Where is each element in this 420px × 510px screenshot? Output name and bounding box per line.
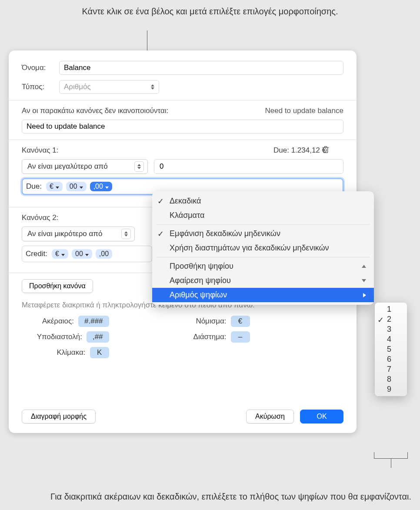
submenu-item-5[interactable]: 5 — [375, 344, 407, 354]
submenu-item-label: 5 — [387, 345, 391, 353]
rule2-operator-select[interactable]: Αν είναι μικρότερο από — [22, 227, 135, 241]
type-select[interactable]: Αριθμός — [59, 80, 159, 94]
type-select-value: Αριθμός — [64, 83, 91, 91]
rule2-format-field[interactable]: Credit: € 00 ,00 — [22, 246, 152, 262]
fallback-input[interactable] — [22, 120, 343, 133]
rule2-title: Κανόνας 2: — [22, 213, 58, 222]
currency-token[interactable]: € — [231, 316, 250, 327]
chevron-updown-icon — [151, 84, 154, 90]
divider — [9, 140, 357, 140]
decimal-token-label: Υποδιαστολή: — [30, 333, 82, 341]
fallback-preview: Need to update balance — [265, 107, 343, 115]
submenu-item-7[interactable]: 7 — [375, 364, 407, 374]
rule1-preview: Due: 1.234,12 € — [273, 146, 326, 155]
menu-item-use-spaces[interactable]: Χρήση διαστημάτων για δεκαδικών μηδενικώ… — [152, 241, 374, 255]
integer-token-label: Ακέραιος: — [22, 317, 74, 326]
name-input[interactable] — [59, 61, 343, 75]
token-integer[interactable]: 00 — [66, 182, 87, 191]
callout-top: Κάντε κλικ σε ένα βέλος και μετά επιλέξτ… — [0, 5, 420, 18]
rule1-prefix: Due: — [26, 182, 42, 191]
chevron-right-icon — [363, 293, 366, 297]
menu-item-add-digit[interactable]: Προσθήκη ψηφίου — [152, 259, 374, 273]
chevron-down-icon — [56, 183, 59, 190]
decimal-options-menu: ✓Δεκαδικά Κλάσματα ✓Εμφάνιση δεκαδικών μ… — [152, 191, 374, 305]
menu-separator — [157, 257, 370, 257]
menu-item-digit-count[interactable]: Αριθμός ψηφίων — [152, 288, 374, 302]
submenu-item-9[interactable]: 9 — [375, 384, 407, 394]
integer-token[interactable]: #.### — [78, 316, 109, 327]
menu-separator — [157, 224, 370, 225]
chevron-down-icon — [105, 183, 109, 190]
rule2-operator-value: Αν είναι μικρότερο από — [27, 230, 103, 238]
delete-format-button[interactable]: Διαγραφή μορφής — [22, 410, 96, 423]
rule1-value-input[interactable] — [154, 159, 343, 174]
type-label: Τύπος: — [22, 83, 59, 91]
submenu-item-8[interactable]: 8 — [375, 374, 407, 384]
name-label: Όνομα: — [22, 63, 59, 72]
arrow-down-icon — [362, 279, 366, 282]
submenu-item-label: 7 — [387, 365, 391, 373]
submenu-item-4[interactable]: 4 — [375, 334, 407, 344]
divider — [9, 100, 357, 100]
token-currency[interactable]: € — [46, 182, 63, 191]
callout-bottom: Για διακριτικά ακέραιων και δεκαδικών, ε… — [0, 490, 411, 503]
token-decimal-selected[interactable]: ,00 — [90, 182, 112, 191]
submenu-item-label: 4 — [387, 335, 391, 343]
scale-token[interactable]: K — [90, 347, 109, 358]
chevron-down-icon — [80, 183, 83, 190]
check-icon: ✓ — [157, 229, 164, 239]
ok-button[interactable]: OK — [300, 410, 343, 423]
chevron-down-icon — [85, 250, 89, 258]
tokens-grid: Ακέραιος:#.### Υποδιαστολή:,## Κλίμακα:K… — [22, 316, 343, 358]
trash-icon[interactable] — [321, 145, 330, 157]
fallback-label: Αν οι παρακάτω κανόνες δεν ικανοποιούντα… — [22, 107, 168, 115]
submenu-item-6[interactable]: 6 — [375, 354, 407, 364]
submenu-item-1[interactable]: 1 — [375, 304, 407, 314]
arrow-up-icon — [362, 265, 366, 268]
decimal-token[interactable]: ,## — [87, 331, 109, 343]
space-token-label: Διάστημα: — [174, 333, 227, 341]
scale-token-label: Κλίμακα: — [33, 348, 86, 357]
chevron-updown-icon — [137, 164, 141, 169]
check-icon: ✓ — [157, 197, 164, 206]
currency-token-label: Νόμισμα: — [174, 317, 227, 326]
menu-item-show-zeros[interactable]: ✓Εμφάνιση δεκαδικών μηδενικών — [152, 227, 374, 241]
callout-bracket — [374, 452, 408, 463]
submenu-item-label: 9 — [387, 385, 391, 393]
check-icon: ✓ — [377, 315, 384, 325]
chevron-updown-icon — [124, 231, 128, 237]
menu-item-fractions[interactable]: Κλάσματα — [152, 208, 374, 223]
menu-item-decimals[interactable]: ✓Δεκαδικά — [152, 194, 374, 208]
space-token[interactable]: – — [231, 331, 250, 343]
rule1-title: Κανόνας 1: — [22, 146, 58, 155]
rule1-operator-value: Αν είναι μεγαλύτερο από — [27, 162, 108, 171]
menu-item-remove-digit[interactable]: Αφαίρεση ψηφίου — [152, 273, 374, 288]
submenu-item-label: 2 — [387, 315, 391, 323]
token-currency[interactable]: € — [52, 249, 68, 259]
rule2-prefix: Credit: — [26, 250, 47, 258]
rule1-operator-select[interactable]: Αν είναι μεγαλύτερο από — [22, 159, 148, 174]
token-decimal[interactable]: ,00 — [96, 249, 112, 259]
token-integer[interactable]: 00 — [72, 249, 92, 259]
submenu-item-label: 6 — [387, 355, 391, 363]
add-rule-button[interactable]: Προσθήκη κανόνα — [22, 279, 93, 293]
submenu-item-label: 1 — [387, 305, 391, 313]
digit-count-submenu: 1✓23456789 — [375, 303, 407, 396]
submenu-item-3[interactable]: 3 — [375, 324, 407, 334]
submenu-item-label: 8 — [387, 375, 391, 383]
submenu-item-label: 3 — [387, 325, 391, 333]
cancel-button[interactable]: Ακύρωση — [246, 410, 294, 423]
chevron-down-icon — [61, 250, 65, 258]
submenu-item-2[interactable]: ✓2 — [375, 314, 407, 324]
